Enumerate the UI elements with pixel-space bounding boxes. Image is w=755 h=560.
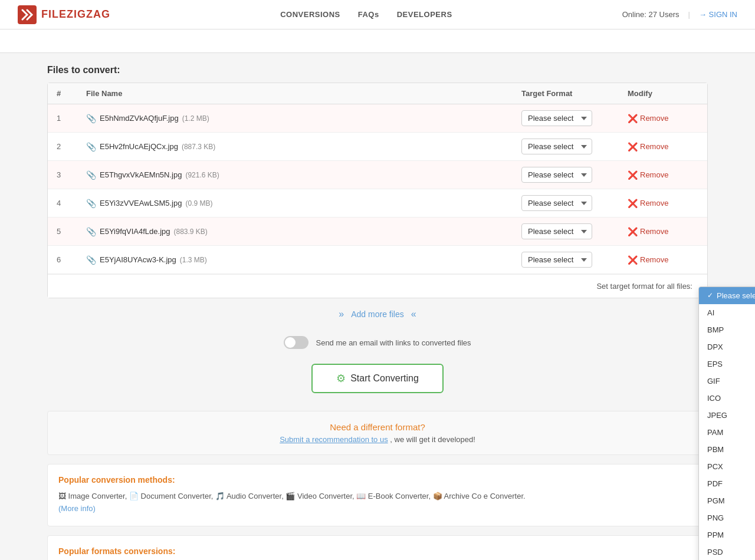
dropdown-option-pcx[interactable]: PCX bbox=[699, 458, 755, 475]
dropdown-option-bmp[interactable]: BMP bbox=[699, 321, 755, 338]
option-label-eps: EPS bbox=[707, 360, 723, 368]
option-label-please-select: Please select bbox=[717, 291, 755, 300]
start-converting-button[interactable]: ⚙ Start Converting bbox=[311, 364, 444, 393]
col-num: # bbox=[57, 89, 86, 98]
header-right: Online: 27 Users | → SIGN IN bbox=[622, 10, 737, 19]
need-format-text: Submit a recommendation to us , we will … bbox=[58, 435, 697, 444]
paperclip-icon-2: 📎 bbox=[86, 142, 96, 151]
dropdown-option-please-select[interactable]: ✓ Please select bbox=[699, 287, 755, 304]
file-name-cell-4: 📎 E5Yi3zVVEAwLSM5.jpg (0.9 MB) bbox=[86, 199, 521, 208]
set-format-row: Set target format for all files: ✓ Pleas… bbox=[48, 274, 707, 298]
popular-item-ebook: 📖 E-Book Converter, bbox=[356, 492, 431, 500]
set-format-label: Set target format for all files: bbox=[596, 282, 692, 291]
option-label-pcx: PCX bbox=[707, 462, 723, 471]
table-row: 3 📎 E5ThgvxVkAEMn5N.jpg (921.6 KB) Pleas… bbox=[48, 161, 707, 189]
add-files-row[interactable]: » Add more files « bbox=[47, 298, 708, 330]
online-users: Online: 27 Users bbox=[622, 10, 680, 19]
main-nav: CONVERSIONS FAQs DEVELOPERS bbox=[280, 10, 452, 19]
option-label-gif: GIF bbox=[707, 377, 720, 386]
paperclip-icon-3: 📎 bbox=[86, 170, 96, 180]
paperclip-icon-6: 📎 bbox=[86, 255, 96, 265]
format-select-1[interactable]: Please select bbox=[521, 110, 592, 126]
remove-label-3: Remove bbox=[640, 170, 668, 179]
top-bar bbox=[0, 29, 755, 53]
dropdown-option-ico[interactable]: ICO bbox=[699, 390, 755, 407]
option-label-pam: PAM bbox=[707, 428, 723, 437]
option-label-png: PNG bbox=[707, 513, 724, 522]
modify-cell-5: ❌ Remove bbox=[628, 227, 698, 236]
popular-formats-title: Popular formats conversions: bbox=[58, 546, 697, 556]
option-label-pdf: PDF bbox=[707, 479, 723, 488]
dropdown-option-pgm[interactable]: PGM bbox=[699, 492, 755, 509]
remove-btn-6[interactable]: ❌ Remove bbox=[628, 255, 668, 265]
format-dropdown[interactable]: ✓ Please select AI BMP DPX EPS GIF ICO J… bbox=[698, 286, 755, 561]
format-cell-4[interactable]: Please select bbox=[521, 195, 628, 211]
dropdown-option-ai[interactable]: AI bbox=[699, 304, 755, 321]
dropdown-option-dpx[interactable]: DPX bbox=[699, 338, 755, 355]
dropdown-option-pam[interactable]: PAM bbox=[699, 424, 755, 441]
row-num-1: 1 bbox=[57, 114, 86, 123]
file-name-cell-1: 📎 E5hNmdZVkAQfjuF.jpg (1.2 MB) bbox=[86, 114, 521, 123]
files-title: Files to convert: bbox=[47, 65, 708, 75]
format-cell-6[interactable]: Please select bbox=[521, 252, 628, 268]
format-cell-2[interactable]: Please select bbox=[521, 139, 628, 154]
nav-faqs[interactable]: FAQs bbox=[358, 10, 379, 19]
format-select-5[interactable]: Please select bbox=[521, 223, 592, 239]
file-name-4: E5Yi3zVVEAwLSM5.jpg bbox=[100, 199, 182, 207]
remove-label-1: Remove bbox=[640, 114, 668, 123]
format-cell-3[interactable]: Please select bbox=[521, 167, 628, 183]
need-format-section: Need a different format? Submit a recomm… bbox=[47, 411, 708, 455]
popular-methods-title: Popular conversion methods: bbox=[58, 475, 697, 485]
logo[interactable]: FILEZIGZAG bbox=[18, 5, 110, 24]
gear-icon: ⚙ bbox=[336, 372, 346, 385]
remove-btn-1[interactable]: ❌ Remove bbox=[628, 114, 668, 123]
dropdown-option-pbm[interactable]: PBM bbox=[699, 441, 755, 458]
start-btn-row: ⚙ Start Converting bbox=[47, 355, 708, 402]
popular-item-archive: 📦 Archive Co bbox=[433, 492, 481, 500]
dropdown-option-jpeg[interactable]: JPEG bbox=[699, 407, 755, 424]
paperclip-icon-4: 📎 bbox=[86, 199, 96, 208]
option-label-pbm: PBM bbox=[707, 445, 724, 454]
table-row: 2 📎 E5Hv2fnUcAEjQCx.jpg (887.3 KB) Pleas… bbox=[48, 133, 707, 161]
dropdown-option-psd[interactable]: PSD bbox=[699, 543, 755, 561]
remove-btn-2[interactable]: ❌ Remove bbox=[628, 142, 668, 151]
popular-methods-section: Popular conversion methods: 🖼 Image Conv… bbox=[47, 464, 708, 526]
option-label-ai: AI bbox=[707, 308, 714, 317]
dropdown-option-pdf[interactable]: PDF bbox=[699, 475, 755, 492]
remove-btn-3[interactable]: ❌ Remove bbox=[628, 170, 668, 180]
need-format-text2: , we will get it developed! bbox=[390, 435, 475, 444]
email-toggle[interactable] bbox=[284, 336, 308, 349]
remove-label-6: Remove bbox=[640, 255, 668, 264]
option-label-jpeg: JPEG bbox=[707, 411, 727, 420]
remove-label-2: Remove bbox=[640, 142, 668, 151]
remove-btn-5[interactable]: ❌ Remove bbox=[628, 227, 668, 236]
format-select-3[interactable]: Please select bbox=[521, 167, 592, 183]
format-cell-1[interactable]: Please select bbox=[521, 110, 628, 126]
x-icon-3: ❌ bbox=[628, 170, 638, 180]
format-select-4[interactable]: Please select bbox=[521, 195, 592, 211]
remove-btn-4[interactable]: ❌ Remove bbox=[628, 199, 668, 208]
add-files-label[interactable]: Add more files bbox=[351, 309, 403, 319]
dropdown-option-ppm[interactable]: PPM bbox=[699, 526, 755, 543]
format-cell-5[interactable]: Please select bbox=[521, 223, 628, 239]
sign-in-link[interactable]: → SIGN IN bbox=[699, 10, 737, 19]
option-label-ppm: PPM bbox=[707, 531, 724, 539]
format-select-2[interactable]: Please select bbox=[521, 139, 592, 154]
row-num-4: 4 bbox=[57, 199, 86, 207]
file-name-cell-6: 📎 E5YjAI8UYAcw3-K.jpg (1.3 MB) bbox=[86, 255, 521, 265]
dropdown-option-png[interactable]: PNG bbox=[699, 509, 755, 526]
format-select-6[interactable]: Please select bbox=[521, 252, 592, 268]
nav-developers[interactable]: DEVELOPERS bbox=[397, 10, 452, 19]
recommendation-link[interactable]: Submit a recommendation to us bbox=[280, 435, 388, 444]
file-name-2: E5Hv2fnUcAEjQCx.jpg bbox=[100, 142, 178, 151]
more-info-link[interactable]: (More info) bbox=[58, 504, 96, 513]
arrows-left-icon: « bbox=[411, 309, 416, 319]
email-label: Send me an email with links to converted… bbox=[316, 338, 471, 347]
dropdown-option-gif[interactable]: GIF bbox=[699, 373, 755, 390]
dropdown-option-eps[interactable]: EPS bbox=[699, 355, 755, 373]
col-filename: File Name bbox=[86, 89, 521, 98]
option-label-psd: PSD bbox=[707, 548, 723, 556]
logo-icon bbox=[18, 5, 37, 24]
x-icon-1: ❌ bbox=[628, 114, 638, 123]
nav-conversions[interactable]: CONVERSIONS bbox=[280, 10, 340, 19]
